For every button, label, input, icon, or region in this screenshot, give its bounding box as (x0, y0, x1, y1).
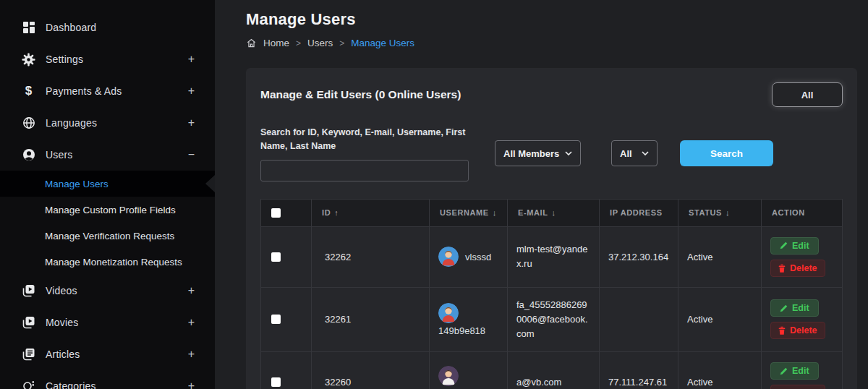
row-checkbox[interactable] (271, 315, 281, 324)
scope-select[interactable]: All (611, 140, 658, 166)
sidebar-item-payments[interactable]: $ Payments & Ads + (0, 75, 215, 107)
sidebar-item-dashboard[interactable]: Dashboard (0, 12, 215, 43)
search-filter-row: Search for ID, Keyword, E-mail, Username… (260, 126, 843, 181)
expander: + (188, 116, 195, 129)
sidebar-label: Categories (46, 380, 96, 389)
sidebar-subitem-manage-custom-profile-fields[interactable]: Manage Custom Profile Fields (0, 197, 215, 223)
chevron-down-icon (565, 151, 572, 155)
breadcrumb-current[interactable]: Manage Users (351, 38, 414, 48)
scope-value: All (620, 148, 632, 159)
avatar (438, 247, 459, 267)
row-checkbox[interactable] (271, 252, 281, 262)
user-id: 32262 (312, 226, 430, 287)
sidebar-item-articles[interactable]: Articles + (0, 338, 215, 370)
username: vlsssd (465, 252, 491, 262)
dollar-icon: $ (22, 85, 35, 98)
movie-stack-icon (22, 316, 35, 330)
sidebar-sublabel: Manage Verification Requests (45, 231, 174, 241)
user-ip: 37.212.30.164 (600, 226, 678, 287)
user-email: a@vb.com (508, 352, 600, 389)
user-email: mlm-test@yandex.ru (508, 226, 600, 287)
column-header-status[interactable]: STATUS↓ (678, 199, 762, 226)
sidebar: Dashboard (0, 0, 215, 389)
user-circle-icon (22, 148, 35, 162)
column-header-id[interactable]: ID↑ (312, 199, 430, 226)
column-header-ip[interactable]: IP ADDRESS (600, 199, 678, 226)
avatar (438, 303, 459, 323)
delete-button[interactable]: Delete (770, 322, 825, 339)
sidebar-item-movies[interactable]: Movies + (0, 307, 215, 338)
user-cell: vlsssd (438, 247, 498, 267)
globe-icon (22, 116, 35, 130)
sidebar-item-categories[interactable]: Categories + (0, 370, 215, 389)
search-button[interactable]: Search (680, 140, 773, 166)
sidebar-subitem-manage-users[interactable]: Manage Users (0, 171, 215, 197)
user-cell: 149b9e818 (438, 303, 498, 336)
edit-button[interactable]: Edit (770, 299, 819, 317)
action-cell: Edit Delete (770, 299, 833, 339)
sidebar-subitem-manage-verification-requests[interactable]: Manage Verification Requests (0, 223, 215, 249)
breadcrumb: Home > Users > Manage Users (246, 38, 857, 48)
breadcrumb-users[interactable]: Users (307, 38, 333, 48)
expander: − (188, 148, 195, 161)
all-filter-button[interactable]: All (772, 82, 843, 107)
row-checkbox[interactable] (271, 377, 281, 387)
search-block: Search for ID, Keyword, E-mail, Username… (260, 126, 469, 181)
breadcrumb-separator: > (296, 38, 301, 48)
breadcrumb-home[interactable]: Home (263, 38, 289, 48)
pencil-icon (780, 304, 788, 312)
user-id: 32260 (312, 352, 430, 389)
column-header-email[interactable]: E-MAIL↓ (508, 199, 600, 226)
user-email: fa_455528862690006@facebook.com (508, 287, 600, 351)
sort-desc-icon: ↓ (493, 208, 497, 217)
sidebar-label: Payments & Ads (46, 85, 122, 97)
gear-icon (22, 53, 35, 67)
active-item-notch (205, 175, 215, 192)
sort-asc-icon: ↑ (334, 208, 339, 217)
expander: + (188, 284, 195, 297)
trash-icon (778, 264, 786, 273)
table-header-row: ID↑ USERNAME↓ E-MAIL↓ IP ADDRESS STATUS↓ (261, 199, 843, 226)
search-input[interactable] (260, 160, 469, 181)
column-header-username[interactable]: USERNAME↓ (430, 199, 508, 226)
sidebar-label: Languages (46, 117, 97, 129)
expander: + (188, 348, 195, 361)
delete-button[interactable]: Delete (770, 260, 825, 277)
user-status: Active (678, 226, 762, 287)
user-cell: demooy (438, 366, 498, 389)
card-header: Manage & Edit Users (0 Online Users) All (260, 82, 843, 107)
delete-button[interactable]: Delete (770, 385, 825, 389)
member-type-select[interactable]: All Members (495, 140, 581, 166)
sidebar-sublabel: Manage Monetization Requests (45, 257, 182, 268)
table-row: 32262 (261, 226, 843, 287)
sort-desc-icon: ↓ (551, 208, 556, 217)
sidebar-item-videos[interactable]: Videos + (0, 275, 215, 307)
user-id: 32261 (312, 287, 430, 351)
sidebar-label: Users (46, 149, 73, 161)
sidebar-item-users[interactable]: Users − (0, 139, 215, 171)
pencil-icon (780, 241, 788, 249)
articles-icon (22, 348, 35, 362)
table-row: 32260 (261, 352, 843, 389)
users-table: ID↑ USERNAME↓ E-MAIL↓ IP ADDRESS STATUS↓ (260, 199, 843, 389)
select-all-checkbox[interactable] (271, 208, 281, 218)
sidebar-label: Movies (46, 317, 79, 328)
edit-button[interactable]: Edit (770, 237, 819, 255)
edit-button[interactable]: Edit (770, 362, 819, 380)
page-title: Manage Users (246, 10, 857, 29)
categories-icon (22, 380, 35, 389)
action-cell: Edit Delete (770, 362, 833, 389)
sidebar-item-settings[interactable]: Settings + (0, 43, 215, 75)
sort-desc-icon: ↓ (726, 208, 730, 217)
user-status: Active (678, 352, 762, 389)
sidebar-item-languages[interactable]: Languages + (0, 107, 215, 139)
sidebar-sublabel: Manage Custom Profile Fields (45, 205, 176, 215)
user-status: Active (678, 287, 762, 351)
manage-users-card: Manage & Edit Users (0 Online Users) All… (246, 68, 857, 389)
table-row: 32261 (261, 287, 843, 351)
search-label: Search for ID, Keyword, E-mail, Username… (260, 126, 469, 154)
dashboard-icon (22, 21, 35, 35)
sidebar-subitem-manage-monetization-requests[interactable]: Manage Monetization Requests (0, 249, 215, 275)
username: 149b9e818 (438, 325, 485, 336)
video-stack-icon (22, 284, 35, 298)
